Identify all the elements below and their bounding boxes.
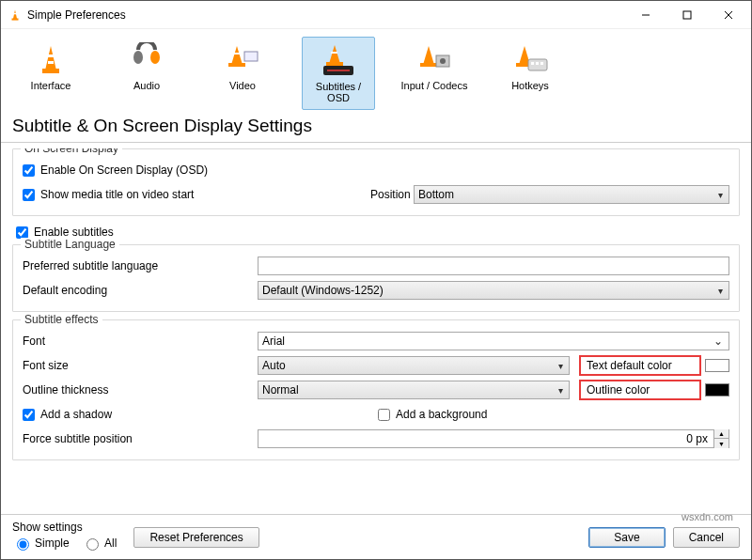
- default-encoding-label: Default encoding: [23, 284, 258, 297]
- svg-rect-15: [233, 53, 240, 54]
- save-button[interactable]: Save: [588, 527, 665, 548]
- subtitle-effects-title: Subtitle effects: [21, 313, 102, 326]
- subtitle-effects-group: Subtitle effects Font Arial Font size Au…: [12, 319, 740, 460]
- text-default-color-swatch[interactable]: [705, 359, 729, 372]
- add-shadow-input[interactable]: [23, 409, 35, 421]
- radio-all-label: All: [104, 537, 117, 550]
- font-combo[interactable]: Arial: [258, 332, 729, 350]
- audio-icon: [112, 40, 181, 78]
- outline-thickness-label: Outline thickness: [23, 383, 258, 397]
- input-codecs-icon: [400, 40, 469, 78]
- font-size-value: Auto: [262, 359, 286, 372]
- tab-label: Interface: [16, 80, 86, 91]
- reset-preferences-button[interactable]: Reset Preferences: [133, 527, 258, 548]
- svg-rect-9: [47, 54, 55, 57]
- radio-simple-input[interactable]: [17, 538, 29, 551]
- force-position-label: Force subtitle position: [23, 432, 258, 445]
- svg-rect-4: [683, 11, 691, 19]
- force-position-value: 0 px: [258, 432, 713, 445]
- tab-audio[interactable]: Audio: [110, 37, 183, 110]
- text-default-color-field: Text default color: [579, 355, 701, 376]
- svg-rect-16: [244, 52, 258, 61]
- tab-label: Hotkeys: [495, 80, 565, 91]
- svg-point-12: [150, 51, 160, 64]
- subtitle-language-group: Subtitle Language Preferred subtitle lan…: [12, 244, 740, 312]
- hotkeys-icon: [495, 40, 565, 78]
- enable-osd-label: Enable On Screen Display (OSD): [40, 163, 208, 177]
- enable-subtitles-checkbox[interactable]: Enable subtitles: [16, 226, 736, 239]
- add-shadow-label: Add a shadow: [40, 408, 112, 421]
- tab-video[interactable]: Video: [206, 37, 279, 110]
- spin-down-icon[interactable]: ▼: [713, 439, 728, 448]
- watermark-text: wsxdn.com: [682, 511, 733, 514]
- svg-marker-17: [329, 45, 340, 64]
- font-size-combo[interactable]: Auto: [258, 356, 570, 375]
- default-encoding-value: Default (Windows-1252): [262, 284, 384, 297]
- text-default-color-label: Text default color: [587, 359, 690, 372]
- add-background-checkbox[interactable]: Add a background: [378, 408, 487, 421]
- svg-rect-31: [540, 62, 543, 65]
- video-icon: [208, 40, 277, 78]
- interface-icon: [16, 40, 86, 78]
- svg-marker-22: [423, 46, 434, 65]
- divider: [1, 142, 751, 143]
- show-title-checkbox[interactable]: Show media title on video start: [23, 188, 370, 201]
- position-value: Bottom: [418, 188, 454, 201]
- tab-label: Video: [208, 80, 277, 91]
- default-encoding-combo[interactable]: Default (Windows-1252): [258, 281, 729, 300]
- minimize-button[interactable]: [625, 2, 666, 28]
- cancel-button[interactable]: Cancel: [673, 527, 740, 548]
- radio-simple-label: Simple: [35, 537, 70, 550]
- page-heading: Subtitle & On Screen Display Settings: [1, 112, 751, 140]
- font-value: Arial: [262, 334, 285, 348]
- force-position-spinner[interactable]: 0 px ▲ ▼: [258, 429, 729, 448]
- svg-rect-30: [536, 62, 539, 65]
- tab-input-codecs[interactable]: Input / Codecs: [398, 37, 471, 110]
- add-shadow-checkbox[interactable]: Add a shadow: [23, 408, 112, 421]
- svg-point-11: [133, 51, 143, 64]
- svg-rect-23: [420, 63, 437, 67]
- tab-subtitles-osd[interactable]: Subtitles / OSD: [302, 37, 375, 110]
- tab-label: Subtitles / OSD: [305, 81, 372, 103]
- position-label: Position: [370, 188, 414, 201]
- svg-rect-2: [14, 12, 17, 13]
- osd-group-title: On Screen Display: [21, 148, 122, 155]
- add-background-label: Add a background: [396, 408, 487, 421]
- title-bar: Simple Preferences: [1, 1, 751, 29]
- radio-simple[interactable]: Simple: [12, 536, 70, 551]
- radio-all[interactable]: All: [82, 536, 117, 551]
- add-background-input[interactable]: [378, 409, 390, 421]
- position-combo[interactable]: Bottom: [414, 185, 729, 204]
- enable-osd-input[interactable]: [23, 164, 35, 177]
- pref-lang-label: Preferred subtitle language: [23, 259, 258, 272]
- svg-rect-19: [331, 52, 337, 54]
- show-settings-label: Show settings: [12, 521, 126, 534]
- svg-rect-18: [326, 62, 343, 66]
- font-size-label: Font size: [23, 359, 258, 372]
- outline-color-field: Outline color: [579, 380, 701, 400]
- category-tabs: Interface Audio Video Subtitles / OSD In…: [1, 29, 751, 112]
- outline-color-swatch[interactable]: [705, 383, 729, 397]
- window-title: Simple Preferences: [27, 8, 625, 22]
- svg-point-25: [440, 58, 446, 64]
- tab-interface[interactable]: Interface: [14, 37, 87, 110]
- maximize-button[interactable]: [666, 2, 708, 28]
- outline-thickness-value: Normal: [262, 383, 299, 397]
- tab-label: Audio: [112, 80, 181, 91]
- subtitle-language-title: Subtitle Language: [21, 238, 119, 251]
- spin-up-icon[interactable]: ▲: [713, 429, 728, 439]
- pref-lang-input[interactable]: [258, 257, 729, 275]
- outline-thickness-combo[interactable]: Normal: [258, 381, 570, 399]
- footer: Show settings Simple All Reset Preferenc…: [1, 514, 751, 559]
- enable-osd-checkbox[interactable]: Enable On Screen Display (OSD): [23, 163, 258, 177]
- enable-subtitles-label: Enable subtitles: [34, 226, 114, 239]
- tab-hotkeys[interactable]: Hotkeys: [494, 37, 567, 110]
- enable-subtitles-input[interactable]: [16, 226, 28, 239]
- svg-rect-1: [12, 18, 19, 20]
- subtitles-osd-icon: [305, 41, 372, 79]
- close-button[interactable]: [708, 2, 749, 28]
- radio-all-input[interactable]: [86, 538, 99, 551]
- show-title-input[interactable]: [23, 189, 35, 201]
- osd-group: On Screen Display Enable On Screen Displ…: [12, 148, 740, 216]
- svg-rect-8: [42, 69, 59, 73]
